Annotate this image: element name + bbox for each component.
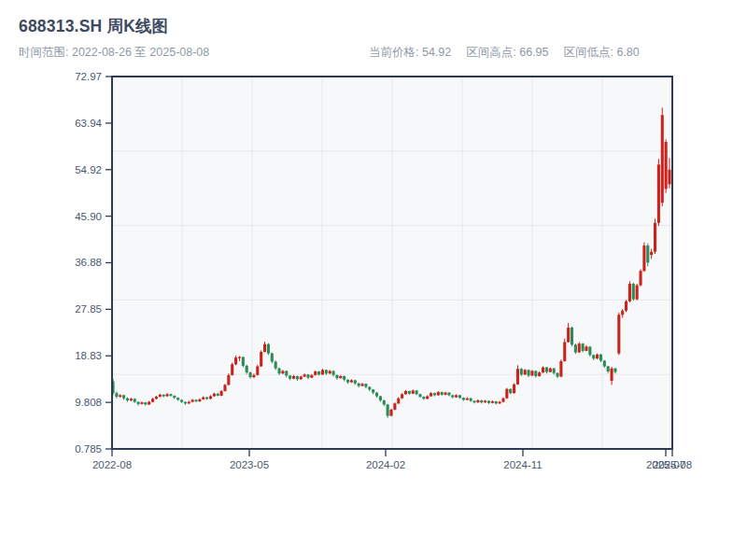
candle-body	[220, 391, 223, 396]
candle-body	[458, 395, 461, 398]
candle-body	[513, 385, 515, 393]
candle-body	[339, 376, 342, 378]
candle-body	[227, 375, 230, 385]
candle-body	[306, 374, 309, 377]
candle-body	[360, 384, 363, 385]
candle-body	[549, 369, 552, 372]
candle-body	[358, 384, 360, 386]
candle-body	[119, 395, 121, 397]
candle-body	[375, 393, 378, 397]
candle-body	[613, 369, 616, 372]
candle-body	[275, 362, 277, 369]
candle-body	[470, 399, 472, 401]
x-tick-label: 2024-11	[503, 459, 542, 470]
candle-body	[650, 252, 653, 255]
candle-body	[289, 375, 291, 378]
candle-body	[571, 328, 573, 344]
y-tick-label: 45.90	[75, 211, 102, 222]
candle-body	[621, 311, 624, 315]
candle-body	[217, 394, 219, 396]
candle-body	[501, 399, 504, 402]
candle-body	[466, 399, 469, 400]
candle-body	[495, 401, 498, 403]
candle-body	[534, 371, 537, 376]
candle-body	[509, 389, 512, 393]
candle-body	[260, 352, 262, 366]
candle-body	[389, 410, 392, 416]
candle-body	[310, 375, 313, 378]
candle-body	[397, 399, 400, 404]
candle-body	[665, 142, 668, 189]
candle-body	[433, 393, 436, 395]
candle-body	[545, 368, 548, 372]
candle-body	[499, 402, 501, 404]
candle-body	[505, 389, 508, 399]
candle-body	[585, 346, 587, 350]
candle-body	[194, 399, 197, 401]
kline-chart: 72.9763.9454.9245.9036.8827.8518.839.808…	[0, 0, 747, 560]
candle-body	[592, 355, 595, 358]
candle-body	[444, 393, 447, 395]
candle-body	[148, 402, 150, 405]
candle-body	[528, 370, 530, 375]
candle-body	[625, 301, 627, 311]
candle-body	[223, 385, 226, 391]
candle-body	[617, 315, 620, 353]
y-tick-label: 27.85	[75, 303, 102, 315]
candle-body	[661, 115, 664, 203]
candle-body	[639, 271, 641, 285]
candle-body	[447, 393, 450, 396]
candle-body	[451, 395, 454, 397]
candle-body	[205, 398, 208, 399]
y-tick-label: 18.83	[75, 350, 102, 361]
candle-body	[368, 387, 371, 390]
candle-body	[144, 402, 147, 404]
candle-body	[404, 391, 407, 394]
candle-body	[332, 371, 335, 374]
candle-body	[281, 371, 284, 373]
candle-body	[130, 399, 133, 400]
candle-body	[596, 355, 599, 358]
candle-body	[607, 366, 610, 371]
candle-body	[329, 371, 331, 373]
candle-body	[524, 370, 527, 374]
candle-body	[242, 357, 245, 366]
candle-body	[173, 396, 176, 398]
candle-body	[372, 389, 374, 392]
candle-body	[393, 403, 396, 410]
candle-body	[567, 328, 570, 342]
candle-body	[416, 390, 418, 394]
candle-body	[383, 400, 386, 404]
candle-body	[296, 376, 299, 379]
candle-body	[455, 395, 458, 397]
candle-body	[140, 402, 143, 404]
candle-body	[553, 369, 556, 373]
candle-body	[588, 346, 591, 355]
candle-body	[343, 376, 345, 380]
candle-body	[418, 394, 421, 397]
candle-body	[115, 393, 118, 397]
candle-body	[379, 397, 382, 400]
candle-body	[480, 400, 483, 402]
candle-body	[364, 384, 367, 386]
candle-body	[542, 368, 544, 373]
candle-body	[538, 372, 541, 376]
candle-body	[249, 372, 252, 377]
candle-body	[325, 370, 328, 373]
candle-body	[169, 394, 172, 396]
candle-body	[462, 398, 465, 399]
candle-body	[213, 394, 216, 397]
candle-body	[668, 170, 670, 185]
candle-body	[408, 391, 411, 394]
candle-body	[256, 366, 259, 374]
candle-body	[556, 373, 558, 377]
candle-body	[354, 380, 357, 383]
candle-body	[574, 344, 577, 352]
candle-body	[151, 399, 154, 401]
candle-body	[476, 400, 479, 402]
candle-body	[155, 397, 158, 399]
candle-body	[422, 397, 425, 399]
candle-body	[350, 380, 353, 382]
candle-body	[491, 401, 494, 403]
candle-body	[317, 371, 320, 374]
